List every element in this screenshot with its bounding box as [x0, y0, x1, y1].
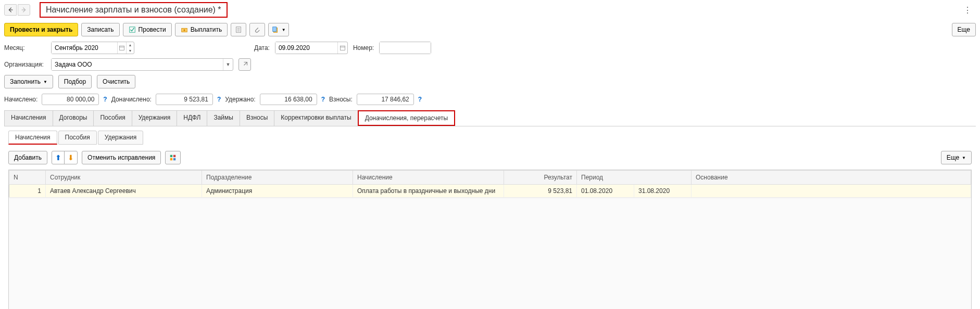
org-label: Организация: [4, 61, 46, 68]
tab-accruals[interactable]: Начисления [4, 110, 53, 126]
menu-kebab-icon[interactable]: ⋮ [959, 3, 976, 17]
calendar-icon[interactable] [117, 42, 126, 54]
svg-rect-11 [340, 46, 345, 50]
date-input[interactable] [275, 42, 337, 54]
svg-rect-8 [272, 27, 276, 32]
write-button[interactable]: Записать [81, 23, 119, 36]
help-icon[interactable]: ? [321, 96, 325, 103]
svg-rect-14 [173, 155, 175, 157]
attach-button[interactable] [249, 23, 265, 36]
cell-n[interactable]: 1 [9, 185, 46, 198]
move-up-button[interactable]: ⬆ [52, 151, 65, 164]
table-empty-area [9, 198, 971, 309]
pay-icon [181, 26, 188, 33]
cell-result[interactable]: 9 523,81 [504, 185, 577, 198]
contrib-value: 17 846,62 [357, 94, 414, 105]
inner-more-label: Еще [947, 154, 959, 161]
svg-rect-9 [119, 46, 124, 50]
org-open-button[interactable] [238, 58, 251, 71]
accrued-value: 80 000,00 [42, 94, 99, 105]
document-icon [235, 26, 242, 33]
dropdown-caret-icon: ▼ [43, 80, 47, 84]
col-accrual[interactable]: Начисление [353, 171, 504, 185]
addl-value: 9 523,81 [156, 94, 213, 105]
svg-rect-13 [170, 155, 172, 157]
dropdown-caret-icon: ▼ [962, 156, 966, 160]
inner-more-button[interactable]: Еще ▼ [941, 151, 972, 164]
post-button[interactable]: Провести [123, 23, 172, 36]
subtab-benefits[interactable]: Пособия [58, 131, 97, 145]
help-icon[interactable]: ? [418, 96, 422, 103]
accrued-label: Начислено: [4, 96, 37, 103]
date-label: Дата: [254, 44, 270, 52]
create-based-button[interactable]: ▼ [268, 23, 289, 36]
cell-period-from[interactable]: 01.08.2020 [577, 185, 634, 198]
tab-benefits[interactable]: Пособия [93, 110, 132, 126]
month-label: Месяц: [4, 44, 46, 52]
paperclip-icon [254, 26, 261, 33]
cell-employee[interactable]: Автаев Александр Сергеевич [46, 185, 202, 198]
help-icon[interactable]: ? [103, 96, 107, 103]
post-icon [129, 26, 136, 33]
cancel-fixes-button[interactable]: Отменить исправления [82, 151, 161, 164]
month-input[interactable] [52, 42, 117, 54]
col-period[interactable]: Период [577, 171, 692, 185]
table-row[interactable]: 1 Автаев Александр Сергеевич Администрац… [9, 185, 971, 198]
more-button[interactable]: Еще [952, 23, 976, 36]
arrow-left-icon [7, 6, 14, 14]
copy-icon [272, 26, 279, 33]
grid-settings-button[interactable] [165, 151, 181, 164]
subtab-withholdings[interactable]: Удержания [98, 131, 144, 145]
dropdown-caret-icon[interactable]: ▼ [223, 59, 233, 70]
tab-payment-corrections[interactable]: Корректировки выплаты [274, 110, 358, 126]
svg-rect-16 [173, 158, 175, 160]
org-input[interactable] [52, 59, 223, 70]
svg-point-2 [183, 29, 185, 31]
cell-period-to[interactable]: 31.08.2020 [634, 185, 692, 198]
dropdown-caret-icon: ▼ [282, 28, 286, 32]
cell-basis[interactable] [692, 185, 971, 198]
withheld-label: Удержано: [225, 96, 255, 103]
post-and-close-button[interactable]: Провести и закрыть [4, 23, 78, 36]
tab-ndfl[interactable]: НДФЛ [177, 110, 207, 126]
addl-label: Доначислено: [111, 96, 152, 103]
cell-accrual[interactable]: Оплата работы в праздничные и выходные д… [353, 185, 504, 198]
open-icon [242, 61, 248, 68]
tab-additional-accruals[interactable]: Доначисления, перерасчеты [358, 110, 455, 126]
subtab-accruals[interactable]: Начисления [8, 131, 57, 145]
calendar-icon[interactable] [337, 42, 347, 54]
fill-button-label: Заполнить [10, 78, 41, 85]
withheld-value: 16 638,00 [260, 94, 317, 105]
add-row-button[interactable]: Добавить [8, 151, 47, 164]
col-dept[interactable]: Подразделение [202, 171, 353, 185]
pick-button[interactable]: Подбор [58, 75, 92, 88]
col-result[interactable]: Результат [504, 171, 577, 185]
nav-back-button[interactable] [4, 4, 17, 16]
help-icon[interactable]: ? [217, 96, 221, 103]
reports-button[interactable] [231, 23, 246, 36]
month-down-button[interactable]: ▼ [127, 48, 134, 54]
nav-forward-button[interactable] [18, 4, 30, 16]
col-n[interactable]: N [9, 171, 46, 185]
col-basis[interactable]: Основание [692, 171, 971, 185]
tab-withholdings[interactable]: Удержания [132, 110, 178, 126]
move-down-button[interactable]: ⬇ [65, 151, 77, 164]
post-button-label: Провести [139, 26, 166, 33]
month-up-button[interactable]: ▲ [127, 42, 134, 48]
number-input[interactable] [380, 42, 431, 54]
arrow-right-icon [20, 6, 28, 14]
cell-dept[interactable]: Администрация [202, 185, 353, 198]
col-employee[interactable]: Сотрудник [46, 171, 202, 185]
svg-rect-0 [129, 27, 135, 33]
pay-button[interactable]: Выплатить [175, 23, 228, 36]
page-title: Начисление зарплаты и взносов (создание)… [40, 2, 228, 18]
tab-contracts[interactable]: Договоры [53, 110, 94, 126]
grid-icon [169, 154, 177, 161]
tab-loans[interactable]: Займы [207, 110, 240, 126]
pay-button-label: Выплатить [191, 26, 222, 33]
svg-rect-15 [170, 158, 172, 160]
more-button-label: Еще [958, 26, 970, 33]
clear-button[interactable]: Очистить [97, 75, 135, 88]
tab-contributions[interactable]: Взносы [240, 110, 274, 126]
fill-button[interactable]: Заполнить ▼ [4, 75, 53, 88]
